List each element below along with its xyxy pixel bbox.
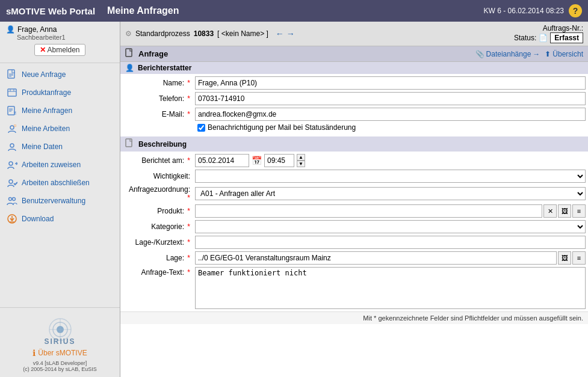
new-doc-icon (6, 69, 18, 81)
status-doc-icon: 📄 (539, 34, 548, 42)
my-data-icon (6, 141, 18, 153)
sidebar-item-download[interactable]: Download (0, 210, 120, 228)
name-label: Name: * (123, 79, 195, 87)
kurztext-input[interactable] (195, 236, 586, 249)
sidebar-item-produktanfrage[interactable]: Produktanfrage (0, 84, 120, 102)
svg-point-22 (9, 198, 12, 201)
help-button[interactable]: ? (569, 4, 582, 17)
info-icon: ℹ (32, 348, 36, 358)
name-input[interactable] (195, 76, 586, 90)
required-star: * (187, 268, 190, 277)
kategorie-row: Kategorie: * (120, 220, 588, 233)
telefon-input[interactable] (195, 92, 586, 105)
produkt-list-button[interactable]: ≡ (572, 204, 586, 218)
time-up-button[interactable]: ▲ (297, 154, 305, 161)
produkt-input-group: ✕ 🖼 ≡ (195, 204, 586, 218)
overview-link[interactable]: ⬆ Übersicht (545, 50, 583, 58)
main-layout: 👤 Frage, Anna Sachbearbeiter1 ✕Abmelden … (0, 22, 588, 377)
calendar-icon[interactable]: 📅 (252, 156, 262, 165)
required-star: * (187, 194, 190, 202)
kategorie-select[interactable] (195, 220, 586, 233)
product-icon (6, 87, 18, 99)
logout-button[interactable]: ✕Abmelden (34, 44, 85, 56)
anfrage-text-row: Anfrage-Text: * Beamer funktioniert nich… (120, 267, 588, 309)
time-down-button[interactable]: ▼ (297, 161, 305, 167)
status-value: Erfasst (550, 32, 583, 43)
wichtigkeit-label: Wichtigkeit: (123, 172, 195, 180)
sidebar-item-meine-daten[interactable]: Meine Daten (0, 138, 120, 156)
content-area: ⚙ Standardprozess 10833 [ <kein Name> ] … (120, 22, 588, 377)
nav-forward-button[interactable]: → (286, 29, 295, 38)
anfrage-section-title: Anfrage (125, 48, 168, 60)
sidebar-item-arbeiten-zuweisen[interactable]: Arbeiten zuweisen (0, 156, 120, 174)
kurztext-label: Lage-/Kurztext: * (123, 238, 195, 247)
date-input[interactable] (195, 154, 249, 167)
process-id: 10833 (194, 29, 214, 38)
user-name: 👤 Frage, Anna (6, 25, 114, 34)
sirius-logo: SIRIUS (39, 313, 81, 346)
produkt-pick-button[interactable]: 🖼 (558, 204, 571, 218)
lage-label: Lage: * (123, 254, 195, 262)
arrow-right-icon: → (533, 50, 540, 58)
sidebar-item-label: Neue Anfrage (22, 70, 66, 79)
auftrags-nr: Auftrags-Nr.: (514, 24, 583, 32)
page-title: Meine Anfragen (107, 5, 483, 16)
produkt-input[interactable] (195, 204, 542, 218)
required-star: * (187, 94, 190, 103)
sidebar-item-label: Arbeiten abschließen (22, 179, 90, 187)
telefon-row: Telefon: * (120, 92, 588, 105)
anfragezuordnung-select[interactable]: A01 - Anfragen aller Art (195, 187, 586, 200)
sidebar-item-meine-arbeiten[interactable]: Meine Arbeiten (0, 120, 120, 138)
lage-pick-button[interactable]: 🖼 (558, 251, 571, 265)
notification-label: Benachrichtigung per Mail bei Statusände… (208, 123, 356, 132)
sidebar: 👤 Frage, Anna Sachbearbeiter1 ✕Abmelden … (0, 22, 120, 377)
section-actions: 📎 Dateianhänge → ⬆ Übersicht (475, 50, 583, 58)
sidebar-item-arbeiten-abschliessen[interactable]: Arbeiten abschließen (0, 174, 120, 192)
sidebar-item-label: Download (22, 215, 54, 223)
nav-back-button[interactable]: ← (276, 29, 284, 38)
required-star: * (187, 238, 190, 247)
sidebar-item-label: Meine Arbeiten (22, 124, 70, 133)
svg-rect-32 (126, 49, 132, 57)
up-icon: ⬆ (545, 50, 551, 58)
attachments-link[interactable]: 📎 Dateianhänge → (475, 50, 540, 58)
sidebar-item-benutzerverwaltung[interactable]: Benutzerverwaltung (0, 192, 120, 210)
toolbar-right: Auftrags-Nr.: Status: 📄 Erfasst (514, 24, 583, 43)
process-label: Standardprozess (135, 29, 190, 38)
anfrage-icon (125, 48, 135, 60)
required-star: * (187, 156, 190, 165)
required-star: * (187, 207, 190, 215)
lage-list-button[interactable]: ≡ (572, 251, 586, 265)
lage-input-group: 🖼 ≡ (195, 251, 586, 265)
user-info: 👤 Frage, Anna Sachbearbeiter1 ✕Abmelden (0, 22, 120, 63)
toolbar: ⚙ Standardprozess 10833 [ <kein Name> ] … (120, 22, 588, 46)
svg-point-19 (9, 162, 13, 165)
user-role: Sachbearbeiter1 (6, 34, 114, 41)
sidebar-item-neue-anfrage[interactable]: Neue Anfrage (0, 66, 120, 84)
lage-row: Lage: * 🖼 ≡ (120, 251, 588, 265)
sidebar-item-meine-anfragen[interactable]: Meine Anfragen (0, 102, 120, 120)
user-mgmt-icon (6, 195, 18, 207)
anfragezuordnung-row: Anfragezuordnung: * A01 - Anfragen aller… (120, 185, 588, 202)
produkt-row: Produkt: * ✕ 🖼 ≡ (120, 204, 588, 218)
required-star: * (187, 222, 190, 231)
navigation: Neue Anfrage Produktanfrage Meine Anfrag… (0, 63, 120, 307)
notification-checkbox[interactable] (197, 124, 205, 132)
about-link[interactable]: ℹ Über sMOTIVE (5, 348, 115, 358)
kurztext-row: Lage-/Kurztext: * (120, 236, 588, 249)
wichtigkeit-select[interactable] (195, 170, 586, 183)
person-icon: 👤 (125, 64, 134, 72)
notification-row: Benachrichtigung per Mail bei Statusände… (120, 123, 588, 132)
attachment-icon: 📎 (475, 50, 484, 58)
lage-input[interactable] (195, 251, 557, 265)
my-work-icon (6, 123, 18, 135)
toolbar-left: ⚙ Standardprozess 10833 [ <kein Name> ] … (125, 29, 295, 38)
email-input[interactable] (195, 108, 586, 121)
complete-icon (6, 177, 18, 189)
svg-point-18 (10, 144, 14, 147)
produkt-clear-button[interactable]: ✕ (543, 204, 557, 218)
time-input[interactable] (264, 154, 294, 167)
required-star: * (187, 254, 190, 262)
anfrage-text-input[interactable]: Beamer funktioniert nicht (195, 267, 586, 309)
header: sMOTIVE Web Portal Meine Anfragen KW 6 -… (0, 0, 588, 22)
